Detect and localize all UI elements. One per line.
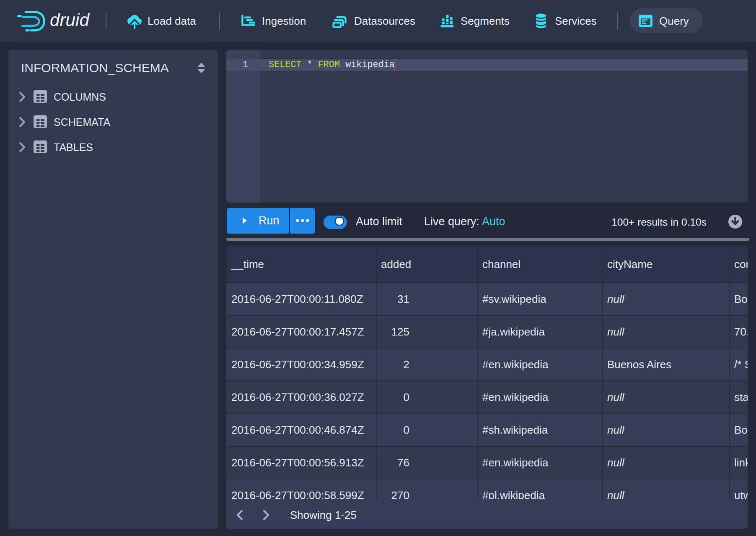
svg-text:druid: druid: [50, 10, 90, 30]
